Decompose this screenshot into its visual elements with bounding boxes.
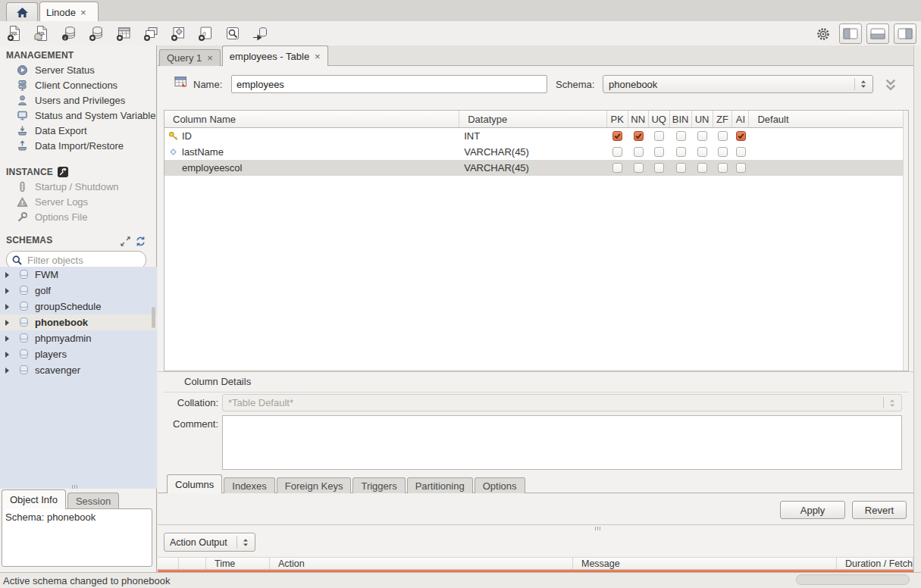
pk-checkbox[interactable] [612,147,622,157]
output-header-action[interactable]: Action [270,558,573,569]
expander-icon[interactable] [5,288,13,294]
sidebar-scrollbar[interactable] [152,307,155,328]
new-table-button[interactable] [112,22,135,44]
output-header-message[interactable]: Message [573,558,837,569]
editor-tab-query-1[interactable]: Query 1 × [159,49,221,66]
tab-options[interactable]: Options [475,477,525,493]
tab-foreign-keys[interactable]: Foreign Keys [277,477,352,493]
connection-tab[interactable]: Linode × [39,2,99,22]
expander-icon[interactable] [5,320,13,326]
tab-indexes[interactable]: Indexes [224,477,275,493]
expander-icon[interactable] [5,336,13,342]
table-name-input[interactable] [231,75,547,93]
grid-header-pk[interactable]: PK [607,111,628,127]
home-tab[interactable] [6,2,38,22]
schema-item-groupschedule[interactable]: groupSchedule [0,299,157,314]
expander-icon[interactable] [5,272,13,278]
zf-checkbox[interactable] [718,147,728,157]
tab-columns[interactable]: Columns [167,474,222,493]
schema-filter-input[interactable] [26,254,141,267]
database-inspect-button[interactable]: i [58,22,80,44]
close-icon[interactable]: × [207,53,213,63]
un-checkbox[interactable] [697,147,707,157]
expand-arrows-icon[interactable] [120,236,130,246]
output-selector[interactable]: Action Output [164,533,255,552]
sidebar-item-data-import-restore[interactable]: Data Import/Restore [0,138,156,153]
grid-header-datatype[interactable]: Datatype [459,111,607,127]
output-header-duration-fetch[interactable]: Duration / Fetch [837,558,913,569]
schema-item-scavenger[interactable]: scavenger [0,362,157,378]
grid-header-ai[interactable]: AI [732,111,749,127]
schema-item-phonebook[interactable]: phonebook [0,314,157,330]
grid-header-uq[interactable]: UQ [649,111,670,127]
output-header-col1[interactable] [179,558,206,569]
revert-button[interactable]: Revert [852,501,907,519]
bin-checkbox[interactable] [676,163,686,173]
new-procedure-button[interactable] [167,22,190,44]
ai-checkbox[interactable] [736,163,746,173]
zf-checkbox[interactable] [718,131,728,141]
output-header-time[interactable]: Time [206,558,270,569]
schema-item-players[interactable]: players [0,346,157,362]
ai-checkbox[interactable] [736,147,746,157]
output-header-col0[interactable] [158,558,179,569]
nn-checkbox[interactable] [634,163,644,173]
uq-checkbox[interactable] [654,131,664,141]
new-schema-button[interactable] [85,22,108,44]
grid-header-un[interactable]: UN [692,111,713,127]
tab-triggers[interactable]: Triggers [352,477,405,493]
schema-item-phpmyadmin[interactable]: phpmyadmin [0,330,157,346]
sidebar-item-users-and-privileges[interactable]: Users and Privileges [0,92,156,108]
pk-checkbox[interactable] [612,131,622,141]
column-row-lastname[interactable]: lastNameVARCHAR(45) [164,144,908,160]
splitter-handle[interactable] [595,527,600,530]
nn-checkbox[interactable] [634,147,644,157]
statusbar-scrollbar-thumb[interactable] [796,574,910,585]
grid-header-default[interactable]: Default [749,111,908,127]
toggle-right-panel-button[interactable] [894,23,916,44]
preferences-button[interactable] [812,23,835,45]
close-icon[interactable]: × [315,52,321,61]
uq-checkbox[interactable] [654,163,664,173]
apply-button[interactable]: Apply [780,501,845,519]
column-row-id[interactable]: IDINT [164,128,908,144]
tab-object-info[interactable]: Object Info [2,489,66,509]
tab-partitioning[interactable]: Partitioning [407,477,473,493]
open-sql-file-button[interactable]: SQL [30,22,53,44]
grid-header-bin[interactable]: BIN [670,111,692,127]
bin-checkbox[interactable] [676,147,686,157]
editor-tab-employees-table[interactable]: employees - Table × [222,45,328,66]
pk-checkbox[interactable] [612,163,622,173]
toggle-bottom-panel-button[interactable] [866,23,889,44]
expander-icon[interactable] [5,352,13,358]
ai-checkbox[interactable] [736,131,746,141]
sidebar-item-status-and-system-variables[interactable]: Status and System Variables [0,108,156,123]
column-row-employeescol[interactable]: employeescolVARCHAR(45) [164,160,908,176]
sidebar-item-client-connections[interactable]: Client Connections [0,77,156,92]
nn-checkbox[interactable] [634,131,644,141]
grid-header-column-name[interactable]: Column Name [164,111,459,127]
new-view-button[interactable] [139,22,162,44]
sidebar-item-data-export[interactable]: Data Export [0,123,156,138]
splitter-handle[interactable] [72,485,77,489]
toggle-left-panel-button[interactable] [839,23,862,44]
bin-checkbox[interactable] [676,131,686,141]
uq-checkbox[interactable] [654,147,664,157]
schema-item-fwm[interactable]: FWM [0,267,157,283]
expander-icon[interactable] [5,368,13,374]
reconnect-database-button[interactable] [249,22,271,44]
grid-header-nn[interactable]: NN [628,111,649,127]
expand-editor-button[interactable] [879,76,902,94]
sidebar-item-startup-shutdown[interactable]: Startup / Shutdown [0,179,156,194]
close-icon[interactable]: × [80,8,86,17]
schema-item-golf[interactable]: golf [0,283,157,299]
sidebar-item-server-logs[interactable]: Server Logs [0,194,156,209]
new-sql-file-button[interactable]: SQL [3,22,26,44]
un-checkbox[interactable] [697,131,707,141]
expander-icon[interactable] [5,304,13,310]
grid-header-zf[interactable]: ZF [713,111,733,127]
un-checkbox[interactable] [697,163,707,173]
search-data-button[interactable] [221,22,244,44]
grid-scrollbar[interactable] [903,111,908,371]
collation-select[interactable]: *Table Default* [222,394,902,411]
